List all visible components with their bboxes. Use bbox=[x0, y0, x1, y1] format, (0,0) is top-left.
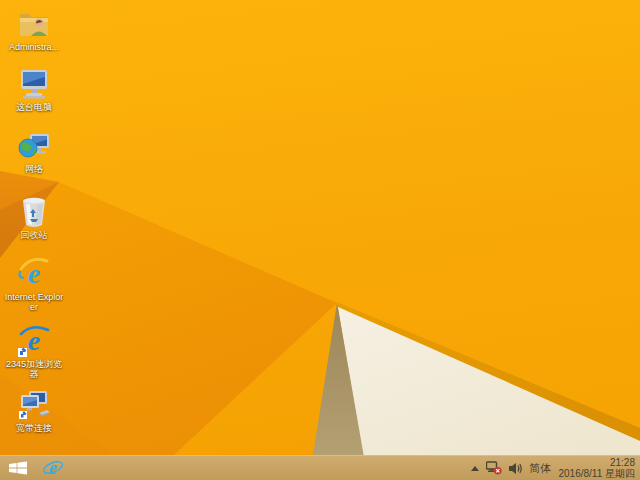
desktop-icon-internet-explorer[interactable]: e Internet Explorer bbox=[2, 258, 66, 312]
clock-date: 2016/8/11 星期四 bbox=[558, 468, 635, 479]
hidden-icons-arrow[interactable] bbox=[471, 466, 479, 471]
ie-taskbar-icon: e bbox=[42, 457, 64, 479]
computer-icon bbox=[17, 68, 51, 100]
system-tray: 简体 21:28 2016/8/11 星期四 bbox=[471, 457, 640, 479]
browser-2345-icon: e bbox=[17, 325, 51, 357]
desktop-icon-broadband-connection[interactable]: 宽带连接 bbox=[2, 389, 66, 433]
desktop-icon-label: 2345加速浏览器 bbox=[3, 359, 65, 379]
network-disconnected-icon[interactable] bbox=[486, 461, 502, 475]
desktop-icon-label: 这台电脑 bbox=[16, 102, 52, 112]
desktop-icon-this-pc[interactable]: 这台电脑 bbox=[2, 68, 66, 112]
start-button[interactable] bbox=[0, 456, 36, 480]
desktop-icon-recycle-bin[interactable]: 回收站 bbox=[2, 196, 66, 240]
volume-icon[interactable] bbox=[509, 462, 522, 475]
svg-text:e: e bbox=[49, 458, 57, 478]
ie-taskbar-button[interactable]: e bbox=[36, 456, 70, 480]
input-method-indicator[interactable]: 简体 bbox=[529, 461, 551, 476]
desktop-icon-label: 网络 bbox=[25, 164, 43, 174]
desktop-icon-2345-browser[interactable]: e 2345加速浏览器 bbox=[2, 325, 66, 379]
desktop-icon-label: Internet Explorer bbox=[3, 292, 65, 312]
taskbar-clock[interactable]: 21:28 2016/8/11 星期四 bbox=[558, 457, 635, 479]
recycle-bin-icon bbox=[17, 196, 51, 228]
taskbar: e 简体 21:28 2016/8/11 星期四 bbox=[0, 455, 640, 480]
desktop-icon-label: Administra... bbox=[9, 42, 59, 52]
user-folder-icon bbox=[17, 8, 51, 40]
desktop-icon-network[interactable]: 网络 bbox=[2, 130, 66, 174]
desktop-icon-administrator-folder[interactable]: Administra... bbox=[2, 8, 66, 52]
desktop-icon-label: 回收站 bbox=[21, 230, 48, 240]
broadband-icon bbox=[17, 389, 51, 421]
clock-time: 21:28 bbox=[610, 457, 635, 468]
windows-logo-icon bbox=[8, 461, 28, 475]
ie-icon: e bbox=[17, 258, 51, 290]
desktop-icon-label: 宽带连接 bbox=[16, 423, 52, 433]
network-globe-icon bbox=[17, 130, 51, 162]
desktop-wallpaper bbox=[0, 0, 640, 480]
